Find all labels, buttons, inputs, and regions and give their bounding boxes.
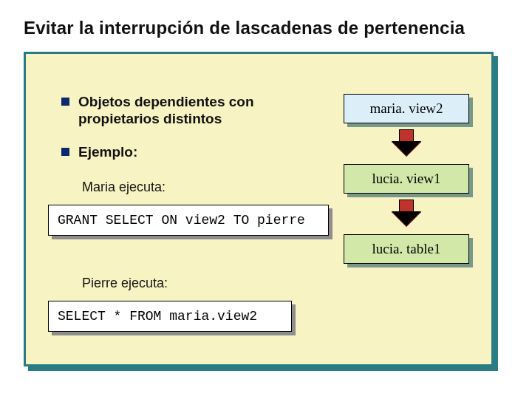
bullet-list: Objetos dependientes con propietarios di…: [61, 94, 305, 177]
slide: Evitar la interrupción de lascadenas de …: [0, 0, 532, 399]
maria-label: Maria ejecuta:: [82, 180, 166, 195]
content-panel: Objetos dependientes con propietarios di…: [24, 52, 497, 369]
slide-title: Evitar la interrupción de lascadenas de …: [24, 18, 511, 38]
object-label: lucia. view1: [344, 164, 469, 194]
panel-body: Objetos dependientes con propietarios di…: [24, 52, 494, 366]
pierre-label: Pierre ejecuta:: [82, 276, 168, 291]
bullet-text: Objetos dependientes con propietarios di…: [78, 94, 305, 128]
panel-content: Objetos dependientes con propietarios di…: [26, 54, 491, 364]
object-box-maria-view2: maria. view2: [344, 94, 469, 123]
bullet-item: Objetos dependientes con propietarios di…: [61, 94, 305, 128]
bullet-text: Ejemplo:: [78, 144, 137, 161]
code-block-grant: GRANT SELECT ON view2 TO pierre: [48, 205, 329, 236]
object-label: maria. view2: [344, 94, 469, 123]
object-box-lucia-view1: lucia. view1: [344, 164, 469, 194]
bullet-item: Ejemplo:: [61, 144, 305, 161]
square-bullet-icon: [61, 148, 69, 156]
square-bullet-icon: [61, 98, 69, 106]
code-text: GRANT SELECT ON view2 TO pierre: [48, 205, 329, 236]
object-label: lucia. table1: [344, 234, 469, 264]
down-arrow-icon: [344, 129, 469, 157]
code-block-select: SELECT * FROM maria.view2: [48, 301, 292, 332]
code-text: SELECT * FROM maria.view2: [48, 301, 292, 332]
down-arrow-icon: [344, 200, 469, 227]
ownership-chain-diagram: maria. view2 lucia. view1: [344, 94, 469, 270]
object-box-lucia-table1: lucia. table1: [344, 234, 469, 264]
